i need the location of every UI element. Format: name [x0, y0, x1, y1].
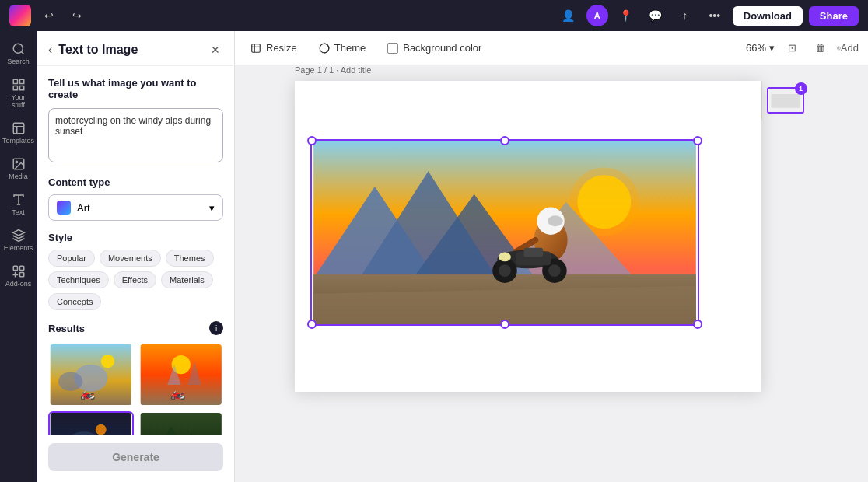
- style-tag-popular[interactable]: Popular: [48, 250, 95, 267]
- result-thumb-3[interactable]: 🏍️: [48, 411, 134, 435]
- art-icon: [57, 201, 71, 215]
- undo-button[interactable]: ↩: [37, 4, 61, 27]
- svg-marker-13: [12, 230, 24, 236]
- sidebar-item-your-stuff[interactable]: Your stuff: [2, 73, 36, 114]
- style-tags: Popular Movements Themes Techniques Effe…: [48, 250, 223, 310]
- location-icon-button[interactable]: 📍: [614, 4, 638, 27]
- svg-point-55: [499, 264, 511, 277]
- page-label: Page 1 / 1 · Add title: [295, 65, 371, 75]
- style-tag-concepts[interactable]: Concepts: [48, 293, 101, 310]
- avatar[interactable]: A: [586, 5, 608, 26]
- download-button[interactable]: Download: [733, 6, 803, 26]
- svg-point-10: [16, 161, 17, 162]
- sidebar-item-search[interactable]: Search: [2, 37, 36, 70]
- theme-button[interactable]: Theme: [313, 39, 372, 57]
- resize-label: Resize: [266, 42, 297, 54]
- canvas-area[interactable]: Page 1 / 1 · Add title: [235, 65, 868, 482]
- svg-rect-2: [13, 79, 17, 83]
- handle-bottom-middle[interactable]: [500, 320, 509, 329]
- generate-button[interactable]: Generate: [48, 443, 223, 471]
- resize-icon: [250, 43, 261, 54]
- close-button[interactable]: ✕: [208, 42, 223, 58]
- back-button[interactable]: ‹: [48, 43, 52, 57]
- results-header: Results i: [48, 321, 223, 335]
- result-thumb-4[interactable]: 🏍️: [138, 411, 224, 435]
- bg-color-button[interactable]: Background color: [381, 39, 488, 57]
- toolbar-right: 66% ▾ ⊡ 🗑 Add: [746, 37, 859, 59]
- handle-bottom-right[interactable]: [693, 320, 702, 329]
- svg-text:🏍️: 🏍️: [170, 386, 185, 400]
- topbar-left: ↩ ↪: [9, 4, 89, 27]
- svg-text:🏍️: 🏍️: [80, 386, 96, 400]
- workspace-main: Resize Theme Background color 66% ▾ ⊡: [235, 31, 868, 482]
- page-thumb-container[interactable]: 1: [767, 87, 804, 114]
- sidebar-item-text[interactable]: Text: [2, 188, 36, 221]
- svg-rect-62: [771, 94, 800, 108]
- handle-top-left[interactable]: [307, 136, 317, 145]
- topbar-undo-redo: ↩ ↪: [37, 4, 89, 27]
- style-tag-materials[interactable]: Materials: [161, 271, 213, 288]
- svg-point-57: [548, 264, 561, 277]
- handle-top-middle[interactable]: [500, 136, 509, 145]
- svg-rect-35: [252, 44, 261, 52]
- main-area: Search Your stuff Templates Media Text E…: [0, 31, 868, 482]
- share-button[interactable]: Share: [809, 6, 859, 26]
- bg-color-label: Background color: [403, 42, 481, 54]
- handle-top-right[interactable]: [693, 136, 702, 145]
- svg-rect-16: [19, 273, 23, 277]
- sidebar-item-add-ons[interactable]: Add-ons: [2, 260, 36, 292]
- content-type-dropdown[interactable]: Art ▾: [48, 194, 223, 221]
- svg-point-51: [548, 215, 563, 226]
- topbar: ↩ ↪ 👤 A 📍 💬 ↑ ••• Download Share: [0, 0, 868, 31]
- svg-point-19: [58, 372, 82, 391]
- more-options-button[interactable]: •••: [703, 4, 726, 27]
- sidebar-item-elements[interactable]: Elements: [2, 224, 36, 257]
- svg-rect-31: [140, 413, 221, 435]
- svg-rect-15: [19, 266, 23, 270]
- canva-logo[interactable]: [9, 5, 31, 26]
- result-thumb-2[interactable]: 🏍️: [138, 343, 224, 407]
- handle-bottom-left[interactable]: [307, 320, 317, 329]
- style-tag-themes[interactable]: Themes: [166, 250, 214, 267]
- zoom-control[interactable]: 66% ▾: [746, 42, 775, 54]
- content-type-value: Art: [77, 202, 90, 214]
- style-tag-effects[interactable]: Effects: [114, 271, 156, 288]
- info-icon[interactable]: i: [209, 321, 223, 335]
- share-history-button[interactable]: ↑: [674, 4, 697, 27]
- svg-rect-27: [51, 413, 131, 435]
- resize-button[interactable]: Resize: [244, 39, 303, 57]
- topbar-right: 👤 A 📍 💬 ↑ ••• Download Share: [557, 4, 859, 27]
- delete-button[interactable]: 🗑: [809, 37, 831, 59]
- svg-rect-3: [19, 79, 23, 83]
- right-panel: 1: [761, 81, 808, 120]
- svg-point-0: [13, 44, 23, 53]
- svg-point-29: [96, 424, 107, 435]
- panel-title: Text to Image: [58, 43, 201, 57]
- chevron-down-icon: ▾: [209, 202, 215, 214]
- theme-label: Theme: [334, 42, 366, 54]
- fullscreen-button[interactable]: ⊡: [781, 37, 803, 59]
- style-tag-movements[interactable]: Movements: [100, 250, 161, 267]
- content-type-label: Content type: [48, 176, 223, 188]
- sidebar-item-templates[interactable]: Templates: [2, 117, 36, 149]
- prompt-textarea[interactable]: [48, 108, 223, 162]
- sidebar-icons: Search Your stuff Templates Media Text E…: [0, 31, 37, 482]
- svg-rect-6: [13, 123, 24, 134]
- zoom-level: 66%: [746, 42, 766, 54]
- workspace: Resize Theme Background color 66% ▾ ⊡: [235, 31, 868, 482]
- text-to-image-panel: ‹ Text to Image ✕ Tell us what image you…: [37, 31, 235, 482]
- style-tag-techniques[interactable]: Techniques: [48, 271, 109, 288]
- redo-button[interactable]: ↪: [65, 4, 89, 27]
- bg-color-icon: [387, 43, 398, 54]
- svg-line-1: [21, 51, 23, 54]
- style-label: Style: [48, 232, 223, 243]
- theme-icon: [319, 43, 330, 54]
- svg-point-20: [101, 355, 114, 368]
- selected-image[interactable]: [310, 139, 699, 326]
- sidebar-item-media[interactable]: Media: [2, 152, 36, 185]
- svg-point-60: [499, 253, 511, 262]
- comment-icon-button[interactable]: 💬: [644, 4, 667, 27]
- result-thumb-1[interactable]: 🏍️: [48, 343, 134, 407]
- user-icon-button[interactable]: 👤: [557, 4, 580, 27]
- add-button[interactable]: Add: [837, 37, 859, 59]
